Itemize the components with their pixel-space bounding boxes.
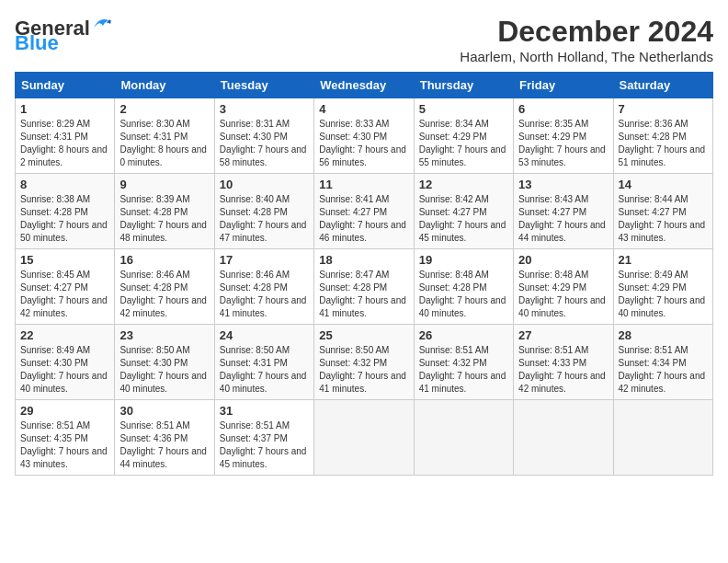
day-info: Sunrise: 8:29 AM Sunset: 4:31 PM Dayligh…: [20, 118, 109, 169]
column-header-sunday: Sunday: [16, 73, 115, 98]
day-info: Sunrise: 8:50 AM Sunset: 4:30 PM Dayligh…: [119, 344, 209, 396]
day-number: 8: [20, 178, 109, 191]
day-info: Sunrise: 8:30 AM Sunset: 4:31 PM Dayligh…: [119, 118, 209, 169]
calendar-cell: 4 Sunrise: 8:33 AM Sunset: 4:30 PM Dayli…: [314, 98, 414, 174]
day-info: Sunrise: 8:35 AM Sunset: 4:29 PM Dayligh…: [518, 118, 608, 169]
calendar-cell: 6 Sunrise: 8:35 AM Sunset: 4:29 PM Dayli…: [514, 98, 613, 174]
day-info: Sunrise: 8:42 AM Sunset: 4:27 PM Dayligh…: [419, 193, 508, 245]
day-number: 10: [220, 178, 309, 191]
day-number: 6: [518, 102, 608, 116]
day-number: 17: [220, 253, 309, 267]
day-info: Sunrise: 8:46 AM Sunset: 4:28 PM Dayligh…: [220, 269, 309, 320]
day-number: 7: [619, 102, 708, 116]
day-info: Sunrise: 8:51 AM Sunset: 4:34 PM Dayligh…: [619, 344, 708, 396]
calendar-cell: 29 Sunrise: 8:51 AM Sunset: 4:35 PM Dayl…: [16, 400, 115, 476]
day-info: Sunrise: 8:49 AM Sunset: 4:30 PM Dayligh…: [20, 344, 109, 396]
day-number: 20: [518, 253, 608, 267]
calendar-cell: 14 Sunrise: 8:44 AM Sunset: 4:27 PM Dayl…: [613, 174, 712, 249]
calendar-cell: 28 Sunrise: 8:51 AM Sunset: 4:34 PM Dayl…: [613, 325, 712, 400]
day-number: 22: [20, 328, 109, 342]
day-info: Sunrise: 8:50 AM Sunset: 4:31 PM Dayligh…: [220, 344, 309, 396]
day-info: Sunrise: 8:38 AM Sunset: 4:28 PM Dayligh…: [20, 193, 109, 245]
day-info: Sunrise: 8:51 AM Sunset: 4:33 PM Dayligh…: [518, 344, 608, 396]
day-info: Sunrise: 8:48 AM Sunset: 4:29 PM Dayligh…: [518, 269, 608, 320]
day-number: 16: [119, 253, 209, 267]
day-number: 21: [619, 253, 708, 267]
day-number: 24: [220, 328, 309, 342]
calendar-week-row: 8 Sunrise: 8:38 AM Sunset: 4:28 PM Dayli…: [16, 174, 713, 249]
calendar-cell: 1 Sunrise: 8:29 AM Sunset: 4:31 PM Dayli…: [16, 98, 115, 174]
calendar-cell: 26 Sunrise: 8:51 AM Sunset: 4:32 PM Dayl…: [414, 325, 513, 400]
calendar-cell: [414, 400, 513, 476]
logo-bird-icon: [92, 15, 112, 33]
day-info: Sunrise: 8:43 AM Sunset: 4:27 PM Dayligh…: [518, 193, 608, 245]
calendar-cell: 17 Sunrise: 8:46 AM Sunset: 4:28 PM Dayl…: [214, 249, 313, 325]
day-info: Sunrise: 8:45 AM Sunset: 4:27 PM Dayligh…: [20, 269, 109, 320]
day-info: Sunrise: 8:46 AM Sunset: 4:28 PM Dayligh…: [119, 269, 209, 320]
column-header-monday: Monday: [115, 73, 214, 98]
calendar-week-row: 1 Sunrise: 8:29 AM Sunset: 4:31 PM Dayli…: [16, 98, 713, 174]
day-number: 27: [518, 328, 608, 342]
day-info: Sunrise: 8:51 AM Sunset: 4:32 PM Dayligh…: [419, 344, 508, 396]
calendar-cell: 3 Sunrise: 8:31 AM Sunset: 4:30 PM Dayli…: [214, 98, 313, 174]
calendar-header-row: SundayMondayTuesdayWednesdayThursdayFrid…: [16, 73, 713, 98]
day-number: 25: [319, 328, 408, 342]
day-info: Sunrise: 8:49 AM Sunset: 4:29 PM Dayligh…: [619, 269, 708, 320]
calendar-cell: 11 Sunrise: 8:41 AM Sunset: 4:27 PM Dayl…: [314, 174, 414, 249]
day-info: Sunrise: 8:50 AM Sunset: 4:32 PM Dayligh…: [319, 344, 408, 396]
calendar-cell: [314, 400, 414, 476]
calendar-cell: 13 Sunrise: 8:43 AM Sunset: 4:27 PM Dayl…: [514, 174, 613, 249]
day-info: Sunrise: 8:40 AM Sunset: 4:28 PM Dayligh…: [220, 193, 309, 245]
calendar-cell: 25 Sunrise: 8:50 AM Sunset: 4:32 PM Dayl…: [314, 325, 414, 400]
day-number: 13: [518, 178, 608, 191]
day-info: Sunrise: 8:39 AM Sunset: 4:28 PM Dayligh…: [119, 193, 209, 245]
title-block: December 2024 Haarlem, North Holland, Th…: [460, 15, 713, 64]
day-number: 11: [319, 178, 408, 191]
day-info: Sunrise: 8:48 AM Sunset: 4:28 PM Dayligh…: [419, 269, 508, 320]
calendar-cell: 7 Sunrise: 8:36 AM Sunset: 4:28 PM Dayli…: [613, 98, 712, 174]
column-header-thursday: Thursday: [414, 73, 513, 98]
calendar-cell: 16 Sunrise: 8:46 AM Sunset: 4:28 PM Dayl…: [115, 249, 214, 325]
calendar-cell: 8 Sunrise: 8:38 AM Sunset: 4:28 PM Dayli…: [16, 174, 115, 249]
calendar-week-row: 22 Sunrise: 8:49 AM Sunset: 4:30 PM Dayl…: [16, 325, 713, 400]
calendar-week-row: 15 Sunrise: 8:45 AM Sunset: 4:27 PM Dayl…: [16, 249, 713, 325]
day-number: 30: [119, 404, 209, 418]
calendar-cell: 19 Sunrise: 8:48 AM Sunset: 4:28 PM Dayl…: [414, 249, 513, 325]
day-number: 19: [419, 253, 508, 267]
calendar-cell: 15 Sunrise: 8:45 AM Sunset: 4:27 PM Dayl…: [16, 249, 115, 325]
day-number: 12: [419, 178, 508, 191]
calendar-cell: 20 Sunrise: 8:48 AM Sunset: 4:29 PM Dayl…: [514, 249, 613, 325]
day-number: 28: [619, 328, 708, 342]
calendar-cell: 2 Sunrise: 8:30 AM Sunset: 4:31 PM Dayli…: [115, 98, 214, 174]
day-info: Sunrise: 8:41 AM Sunset: 4:27 PM Dayligh…: [319, 193, 408, 245]
calendar-cell: [514, 400, 613, 476]
day-number: 18: [319, 253, 408, 267]
day-number: 2: [119, 102, 209, 116]
day-info: Sunrise: 8:34 AM Sunset: 4:29 PM Dayligh…: [419, 118, 508, 169]
day-info: Sunrise: 8:44 AM Sunset: 4:27 PM Dayligh…: [619, 193, 708, 245]
location: Haarlem, North Holland, The Netherlands: [460, 49, 713, 64]
calendar-cell: 24 Sunrise: 8:50 AM Sunset: 4:31 PM Dayl…: [214, 325, 313, 400]
calendar-cell: 5 Sunrise: 8:34 AM Sunset: 4:29 PM Dayli…: [414, 98, 513, 174]
calendar-cell: 27 Sunrise: 8:51 AM Sunset: 4:33 PM Dayl…: [514, 325, 613, 400]
calendar-cell: 31 Sunrise: 8:51 AM Sunset: 4:37 PM Dayl…: [214, 400, 313, 476]
day-info: Sunrise: 8:51 AM Sunset: 4:35 PM Dayligh…: [20, 419, 109, 471]
day-info: Sunrise: 8:33 AM Sunset: 4:30 PM Dayligh…: [319, 118, 408, 169]
day-number: 5: [419, 102, 508, 116]
day-info: Sunrise: 8:51 AM Sunset: 4:36 PM Dayligh…: [119, 419, 209, 471]
logo-blue: Blue: [15, 31, 59, 55]
day-number: 9: [119, 178, 209, 191]
calendar-cell: 22 Sunrise: 8:49 AM Sunset: 4:30 PM Dayl…: [16, 325, 115, 400]
calendar-cell: 18 Sunrise: 8:47 AM Sunset: 4:28 PM Dayl…: [314, 249, 414, 325]
calendar-cell: 30 Sunrise: 8:51 AM Sunset: 4:36 PM Dayl…: [115, 400, 214, 476]
calendar-cell: 9 Sunrise: 8:39 AM Sunset: 4:28 PM Dayli…: [115, 174, 214, 249]
calendar-cell: 10 Sunrise: 8:40 AM Sunset: 4:28 PM Dayl…: [214, 174, 313, 249]
calendar-cell: 23 Sunrise: 8:50 AM Sunset: 4:30 PM Dayl…: [115, 325, 214, 400]
calendar-table: SundayMondayTuesdayWednesdayThursdayFrid…: [15, 72, 713, 476]
day-info: Sunrise: 8:31 AM Sunset: 4:30 PM Dayligh…: [220, 118, 309, 169]
logo: General Blue: [15, 15, 112, 55]
calendar-week-row: 29 Sunrise: 8:51 AM Sunset: 4:35 PM Dayl…: [16, 400, 713, 476]
column-header-saturday: Saturday: [613, 73, 712, 98]
day-number: 29: [20, 404, 109, 418]
column-header-wednesday: Wednesday: [314, 73, 414, 98]
